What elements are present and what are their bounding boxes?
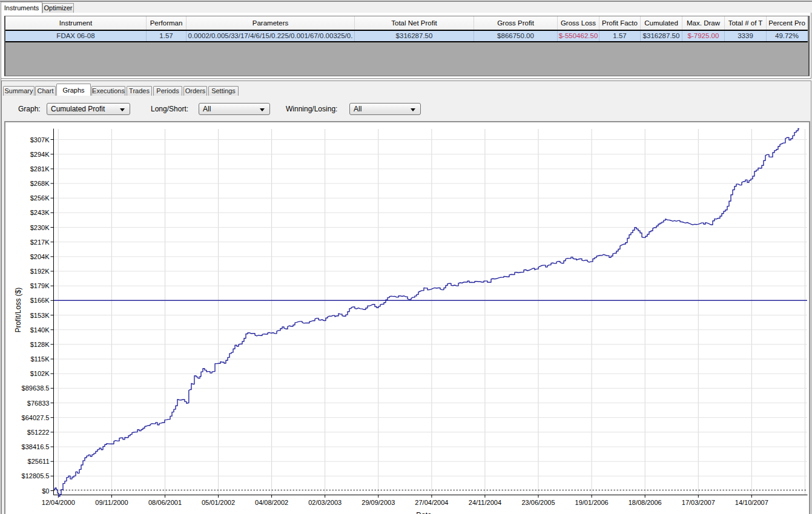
svg-text:$166K: $166K — [30, 297, 50, 304]
svg-text:$51222: $51222 — [27, 429, 50, 436]
svg-text:Date: Date — [416, 511, 432, 514]
svg-text:$89638.5: $89638.5 — [22, 384, 50, 392]
svg-text:$12805.5: $12805.5 — [22, 472, 50, 479]
svg-text:27/04/2004: 27/04/2004 — [415, 499, 448, 506]
svg-text:$140K: $140K — [30, 326, 50, 334]
svg-text:$128K: $128K — [30, 341, 50, 348]
svg-text:08/06/2001: 08/06/2001 — [148, 499, 182, 506]
svg-text:09/11/2000: 09/11/2000 — [95, 499, 128, 506]
svg-text:$25611: $25611 — [28, 458, 50, 465]
svg-text:24/11/2004: 24/11/2004 — [469, 499, 501, 506]
svg-text:$307K: $307K — [30, 136, 50, 143]
svg-text:$243K: $243K — [30, 209, 50, 216]
svg-text:$38416.5: $38416.5 — [22, 443, 50, 450]
svg-text:02/03/2003: 02/03/2003 — [308, 499, 342, 506]
svg-text:$179K: $179K — [30, 282, 50, 289]
svg-text:$204K: $204K — [30, 253, 50, 260]
svg-text:$268K: $268K — [30, 180, 50, 187]
svg-text:$256K: $256K — [30, 194, 50, 202]
svg-text:$0: $0 — [42, 487, 49, 495]
svg-text:Profit/Loss ($): Profit/Loss ($) — [14, 288, 22, 333]
svg-text:$217K: $217K — [30, 239, 50, 246]
svg-text:18/08/2006: 18/08/2006 — [629, 499, 662, 506]
svg-text:$281K: $281K — [30, 165, 50, 173]
svg-text:23/06/2005: 23/06/2005 — [521, 499, 555, 506]
svg-text:19/01/2006: 19/01/2006 — [575, 499, 609, 506]
svg-text:14/10/2007: 14/10/2007 — [735, 499, 768, 506]
svg-text:17/03/2007: 17/03/2007 — [682, 499, 715, 506]
svg-text:$102K: $102K — [30, 370, 50, 377]
svg-text:$192K: $192K — [30, 268, 50, 275]
svg-text:$76833: $76833 — [27, 400, 50, 407]
svg-text:$153K: $153K — [30, 312, 50, 319]
svg-text:$64027.5: $64027.5 — [22, 414, 50, 421]
svg-text:05/01/2002: 05/01/2002 — [202, 499, 235, 506]
svg-text:12/04/2000: 12/04/2000 — [42, 499, 75, 506]
svg-text:$294K: $294K — [30, 151, 50, 158]
svg-text:29/09/2003: 29/09/2003 — [361, 499, 395, 506]
svg-text:04/08/2002: 04/08/2002 — [255, 499, 288, 506]
svg-text:$230K: $230K — [30, 224, 50, 231]
svg-text:$115K: $115K — [31, 355, 50, 363]
